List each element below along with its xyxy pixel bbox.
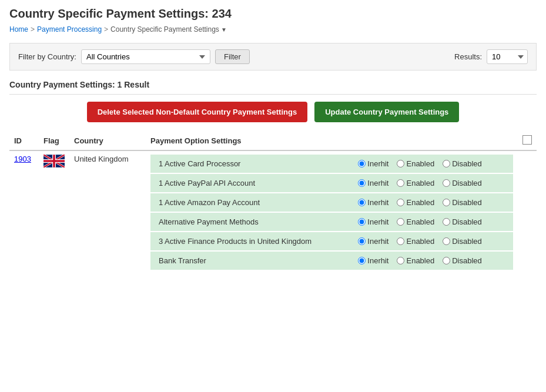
radio-inherit-option[interactable]: Inerhit [358, 159, 388, 168]
payment-row: 1 Active Amazon Pay AccountInerhitEnable… [150, 193, 513, 212]
select-all-checkbox[interactable] [522, 135, 532, 145]
payment-name: Alternative Payment Methods [150, 212, 350, 232]
radio-inherit-input[interactable] [358, 218, 366, 226]
radio-disabled-label: Disabled [452, 256, 482, 265]
radio-inherit-label: Inerhit [367, 217, 388, 226]
payment-name: 1 Active PayPal API Account [150, 173, 350, 193]
radio-inherit-input[interactable] [358, 160, 366, 167]
payment-name: Bank Transfer [150, 251, 350, 270]
payment-row: 1 Active Card ProcessorInerhitEnabledDis… [150, 155, 513, 173]
th-country: Country [69, 132, 146, 150]
radio-disabled-input[interactable] [443, 199, 450, 206]
th-id: ID [9, 132, 39, 150]
payment-options-cell: InerhitEnabledDisabled [350, 232, 513, 251]
th-payment-options: Payment Option Settings [146, 132, 518, 150]
radio-inherit-label: Inerhit [367, 159, 388, 168]
filter-left: Filter by Country: All Countries United … [18, 49, 250, 64]
radio-enabled-option[interactable]: Enabled [397, 179, 434, 187]
radio-disabled-input[interactable] [443, 257, 450, 264]
radio-enabled-option[interactable]: Enabled [397, 217, 434, 226]
radio-enabled-option[interactable]: Enabled [397, 237, 434, 246]
payment-options-cell: InerhitEnabledDisabled [350, 173, 513, 193]
main-table: ID Flag Country Payment Option Settings … [9, 132, 537, 274]
results-label: Results: [454, 52, 482, 61]
payment-name: 3 Active Finance Products in United King… [150, 232, 350, 251]
radio-inherit-label: Inerhit [367, 179, 388, 187]
payment-options-cell: InerhitEnabledDisabled [350, 212, 513, 232]
page-title: Country Specific Payment Settings: 234 [9, 7, 537, 21]
filter-country-select[interactable]: All Countries United Kingdom United Stat… [81, 49, 210, 64]
radio-enabled-input[interactable] [397, 160, 404, 167]
payment-name: 1 Active Card Processor [150, 155, 350, 173]
radio-disabled-option[interactable]: Disabled [443, 159, 482, 168]
radio-disabled-input[interactable] [443, 160, 450, 167]
radio-inherit-option[interactable]: Inerhit [358, 237, 388, 246]
radio-inherit-label: Inerhit [367, 198, 388, 207]
radio-disabled-option[interactable]: Disabled [443, 179, 482, 187]
breadcrumb-current-label: Country Specific Payment Settings [110, 25, 219, 33]
radio-disabled-input[interactable] [443, 218, 450, 226]
uk-flag-icon [43, 155, 65, 167]
payment-settings-cell: 1 Active Card ProcessorInerhitEnabledDis… [146, 150, 518, 274]
delete-button[interactable]: Delete Selected Non-Default Country Paym… [87, 102, 308, 122]
table-row: 1903 United Kingdom 1 [9, 150, 537, 274]
radio-disabled-option[interactable]: Disabled [443, 217, 482, 226]
radio-enabled-input[interactable] [397, 237, 404, 245]
page-wrapper: Country Specific Payment Settings: 234 H… [0, 0, 546, 282]
radio-enabled-input[interactable] [397, 218, 404, 226]
payment-name: 1 Active Amazon Pay Account [150, 193, 350, 212]
breadcrumb-home[interactable]: Home [9, 25, 28, 33]
payment-options: InerhitEnabledDisabled [358, 217, 505, 226]
radio-inherit-option[interactable]: Inerhit [358, 256, 388, 265]
radio-inherit-input[interactable] [358, 237, 366, 245]
radio-disabled-option[interactable]: Disabled [443, 237, 482, 246]
radio-disabled-label: Disabled [452, 217, 482, 226]
radio-enabled-input[interactable] [397, 257, 404, 264]
radio-disabled-label: Disabled [452, 198, 482, 207]
th-flag: Flag [39, 132, 69, 150]
radio-enabled-label: Enabled [406, 198, 434, 207]
radio-disabled-input[interactable] [443, 237, 450, 245]
payment-options-cell: InerhitEnabledDisabled [350, 155, 513, 173]
breadcrumb-payment-processing[interactable]: Payment Processing [37, 25, 102, 33]
radio-inherit-input[interactable] [358, 257, 366, 264]
breadcrumb-sep-2: > [104, 25, 108, 33]
radio-inherit-label: Inerhit [367, 237, 388, 246]
radio-disabled-option[interactable]: Disabled [443, 198, 482, 207]
radio-inherit-option[interactable]: Inerhit [358, 217, 388, 226]
breadcrumb-current: Country Specific Payment Settings ▼ [110, 25, 227, 33]
results-per-page-select[interactable]: 5 10 25 50 100 [487, 49, 528, 64]
filter-button[interactable]: Filter [215, 49, 250, 64]
breadcrumb: Home > Payment Processing > Country Spec… [9, 25, 537, 33]
radio-inherit-label: Inerhit [367, 256, 388, 265]
row-id-link[interactable]: 1903 [14, 155, 31, 163]
radio-inherit-input[interactable] [358, 199, 366, 206]
radio-enabled-label: Enabled [406, 217, 434, 226]
radio-enabled-input[interactable] [397, 199, 404, 206]
row-flag [39, 150, 69, 274]
update-button[interactable]: Update Country Payment Settings [314, 102, 459, 122]
filter-right: Results: 5 10 25 50 100 [454, 49, 528, 64]
radio-disabled-input[interactable] [443, 179, 450, 187]
breadcrumb-sep-1: > [31, 25, 35, 33]
radio-disabled-option[interactable]: Disabled [443, 256, 482, 265]
radio-enabled-option[interactable]: Enabled [397, 159, 434, 168]
filter-bar: Filter by Country: All Countries United … [9, 43, 537, 71]
radio-enabled-option[interactable]: Enabled [397, 198, 434, 207]
radio-enabled-input[interactable] [397, 179, 404, 187]
radio-inherit-option[interactable]: Inerhit [358, 179, 388, 187]
row-checkbox-cell [518, 150, 537, 274]
payment-options: InerhitEnabledDisabled [358, 198, 505, 207]
payment-settings-table: 1 Active Card ProcessorInerhitEnabledDis… [150, 155, 513, 271]
radio-enabled-label: Enabled [406, 159, 434, 168]
radio-enabled-option[interactable]: Enabled [397, 256, 434, 265]
breadcrumb-chevron-icon: ▼ [221, 26, 227, 33]
radio-disabled-label: Disabled [452, 159, 482, 168]
payment-row: 3 Active Finance Products in United King… [150, 232, 513, 251]
radio-inherit-input[interactable] [358, 179, 366, 187]
payment-options-cell: InerhitEnabledDisabled [350, 193, 513, 212]
row-id: 1903 [9, 150, 39, 274]
radio-inherit-option[interactable]: Inerhit [358, 198, 388, 207]
th-checkbox [518, 132, 537, 150]
results-summary: Country Payment Settings: 1 Result [9, 80, 537, 95]
